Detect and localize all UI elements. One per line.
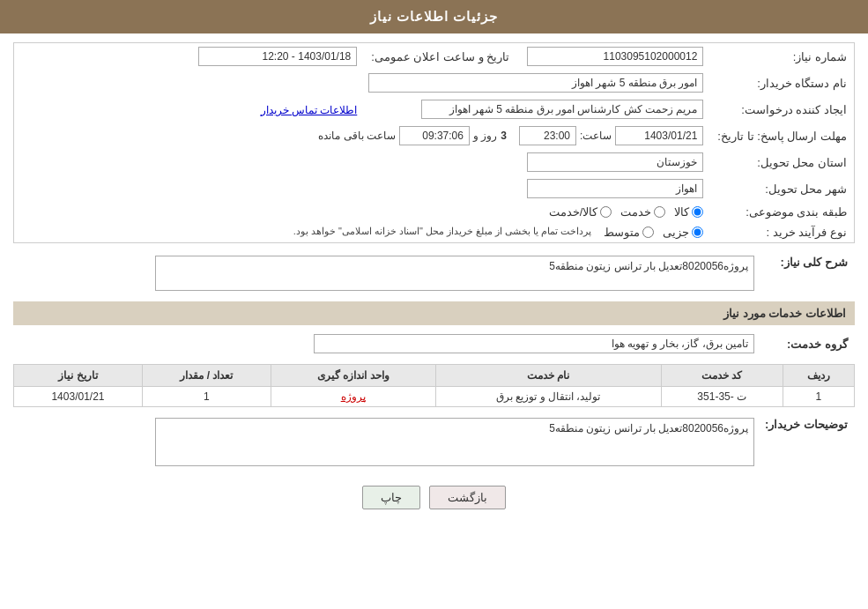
ijad-konande-input[interactable] bbox=[421, 100, 703, 119]
print-button[interactable]: چاپ bbox=[362, 486, 420, 509]
table-row: 1 ت -35-351 تولید، انتقال و توزیع برق پر… bbox=[14, 387, 855, 407]
cell-name: تولید، انتقال و توزیع برق bbox=[435, 387, 661, 407]
gorohe-khedmat-label: گروه خدمت: bbox=[758, 330, 855, 357]
radio-kala-input[interactable] bbox=[692, 206, 703, 218]
noe-farayand-label: نوع فرآیند خرید : bbox=[710, 222, 854, 242]
col-vahed: واحد اندازه گیری bbox=[271, 365, 435, 387]
noe-farayand-cell: جزیی متوسط پرداخت تمام یا بخشی از مبلغ خ… bbox=[14, 222, 710, 242]
col-tarikh: تاریخ نیاز bbox=[14, 365, 143, 387]
radio-motavasset[interactable]: متوسط bbox=[604, 226, 654, 239]
mohlat-mande-input[interactable] bbox=[399, 126, 470, 145]
ostan-input[interactable] bbox=[527, 152, 703, 172]
page-header: جزئیات اطلاعات نیاز bbox=[0, 0, 868, 33]
gorohe-khedmat-cell bbox=[13, 330, 758, 357]
cell-tarikh: 1403/01/21 bbox=[14, 387, 143, 407]
name-dastgah-input[interactable] bbox=[368, 73, 703, 93]
name-dastgah-cell bbox=[14, 70, 710, 96]
ostan-cell bbox=[14, 149, 710, 175]
shomara-niaz-input[interactable] bbox=[527, 47, 703, 66]
radio-kala-label: کالا bbox=[674, 205, 689, 219]
mohlat-label: مهلت ارسال پاسخ: تا تاریخ: bbox=[710, 123, 854, 149]
ostan-label: استان محل تحویل: bbox=[710, 149, 854, 175]
mohlat-date-input[interactable] bbox=[615, 126, 703, 145]
tawsifat-cell: پروژه8020056تعدیل بار ترانس زیتون منطقه5 bbox=[13, 414, 758, 470]
radio-jozii-input[interactable] bbox=[692, 227, 703, 238]
radio-kala-khedmat-input[interactable] bbox=[600, 206, 612, 218]
shomara-niaz-label: شماره نیاز: bbox=[710, 43, 854, 70]
tabaqe-cell: کالا خدمت کالا/خدمت bbox=[14, 202, 710, 222]
tarikh-input[interactable] bbox=[198, 47, 357, 66]
page-title: جزئیات اطلاعات نیاز bbox=[370, 9, 498, 24]
contact-link-cell[interactable]: اطلاعات تماس خریدار bbox=[14, 96, 364, 123]
sharh-value: پروژه8020056تعدیل بار ترانس زیتون منطقه5 bbox=[155, 256, 754, 291]
radio-motavasset-label: متوسط bbox=[604, 226, 640, 239]
radio-jozii[interactable]: جزیی bbox=[663, 226, 703, 239]
radio-khedmat-input[interactable] bbox=[654, 206, 665, 218]
gorohe-khedmat-input[interactable] bbox=[314, 334, 754, 353]
sharh-cell: پروژه8020056تعدیل بار ترانس زیتون منطقه5 bbox=[13, 252, 758, 294]
cell-kod: ت -35-351 bbox=[661, 387, 783, 407]
radio-jozii-label: جزیی bbox=[663, 226, 689, 239]
mohlat-roz-label: روز و bbox=[473, 130, 497, 142]
col-name: نام خدمت bbox=[435, 365, 661, 387]
shahr-cell bbox=[14, 175, 710, 202]
radio-motavasset-input[interactable] bbox=[642, 227, 654, 238]
radio-khedmat-label: خدمت bbox=[620, 205, 651, 219]
sharh-label: شرح کلی نیاز: bbox=[758, 252, 855, 294]
col-radif: ردیف bbox=[783, 365, 854, 387]
shahr-input[interactable] bbox=[527, 179, 703, 198]
mohlat-saat-input[interactable] bbox=[519, 126, 576, 145]
shahr-label: شهر محل تحویل: bbox=[710, 175, 854, 202]
mohlat-saat-label: ساعت: bbox=[580, 130, 612, 142]
name-dastgah-label: نام دستگاه خریدار: bbox=[710, 70, 854, 96]
ijad-konande-cell bbox=[364, 96, 710, 123]
mohlat-mande-label: ساعت باقی مانده bbox=[318, 130, 396, 142]
radio-kala-khedmat-label: کالا/خدمت bbox=[549, 205, 598, 219]
col-kod: کد خدمت bbox=[661, 365, 783, 387]
cell-radif: 1 bbox=[783, 387, 854, 407]
radio-kala[interactable]: کالا bbox=[674, 205, 703, 219]
mohlat-roz-value: 3 bbox=[501, 130, 507, 142]
button-row: بازگشت چاپ bbox=[13, 477, 855, 518]
back-button[interactable]: بازگشت bbox=[429, 486, 506, 509]
shomara-niaz-value-cell bbox=[516, 43, 710, 70]
col-tedad: تعداد / مقدار bbox=[142, 365, 271, 387]
cell-vahed: پروژه bbox=[271, 387, 435, 407]
tawsifat-value: پروژه8020056تعدیل بار ترانس زیتون منطقه5 bbox=[155, 418, 754, 466]
radio-khedmat[interactable]: خدمت bbox=[620, 205, 665, 219]
radio-kala-khedmat[interactable]: کالا/خدمت bbox=[549, 205, 612, 219]
contact-link[interactable]: اطلاعات تماس خریدار bbox=[261, 104, 358, 116]
noe-farayand-note: پرداخت تمام یا بخشی از مبلغ خریداز محل "… bbox=[293, 226, 592, 237]
tarikh-label: تاریخ و ساعت اعلان عمومی: bbox=[364, 43, 516, 70]
cell-tedad: 1 bbox=[142, 387, 271, 407]
ijad-konande-label: ایجاد کننده درخواست: bbox=[710, 96, 854, 123]
khedmat-section-title: اطلاعات خدمات مورد نیاز bbox=[13, 301, 855, 325]
mohlat-row-cell: ساعت: 3 روز و ساعت باقی مانده bbox=[14, 123, 710, 149]
tawsifat-label: توضیحات خریدار: bbox=[758, 414, 855, 470]
tabaqe-label: طبقه بندی موضوعی: bbox=[710, 202, 854, 222]
tarikh-value-cell bbox=[14, 43, 364, 70]
